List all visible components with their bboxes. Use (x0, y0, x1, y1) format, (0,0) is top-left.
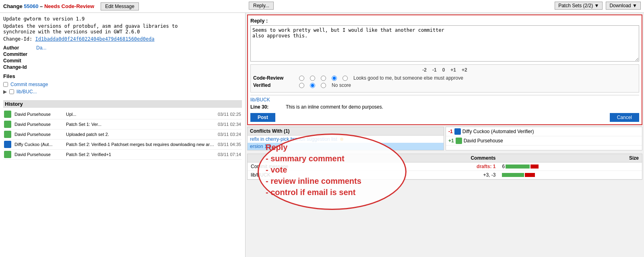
patch-sets-button[interactable]: Patch Sets (2/2) ▼ (555, 2, 603, 10)
related-item-0[interactable]: refix in cherry-pick branch suggestion l… (248, 136, 444, 143)
vote-section: -2 -1 0 +1 +2 Code-Review (250, 64, 639, 93)
history-author-0: David Pursehouse (14, 112, 63, 117)
files-table: Comments Size Commit message drafts: 1 6 (248, 154, 642, 179)
inline-comments-section: lib/BUCK Line 30: This is an inline comm… (250, 95, 639, 111)
related-header: Conflicts With (1) (248, 127, 444, 136)
scale-pos2: +2 (462, 67, 467, 73)
code-review-label: Code-Review (253, 75, 297, 81)
history-row-0: David Pursehouse Upl... 03/11 02:25 (3, 109, 242, 119)
bar-green-commit (506, 164, 530, 169)
code-review-desc: Looks good to me, but someone else must … (353, 75, 463, 81)
file-row-commit: Commit message (3, 81, 242, 88)
vr-0-radio[interactable] (310, 83, 315, 88)
history-author-4: David Pursehouse (14, 152, 63, 157)
committer-value (36, 51, 242, 57)
file-checkbox-libBUCK[interactable] (9, 89, 14, 94)
table-row-libBUCK: lib/BUCK +3, -3 (248, 171, 642, 179)
draft-link-commit[interactable]: drafts: 1 (477, 164, 495, 169)
files-table-section: Comments Size Commit message drafts: 1 6 (247, 154, 642, 180)
download-button[interactable]: Download ▼ (606, 2, 641, 10)
history-row-2: David Pursehouse Uploaded patch set 2. 0… (3, 130, 242, 140)
cr-neg1-radio[interactable] (310, 76, 315, 81)
changeid-value (36, 64, 242, 70)
size-bar-commit: 6 (502, 164, 639, 169)
related-item-1[interactable]: ersion 1.9 (248, 143, 444, 150)
history-row-4: David Pursehouse Patch Set 2: Verified+1… (3, 150, 242, 160)
history-msg-2: Uploaded patch set 2. (66, 132, 215, 137)
table-row-commit: Commit message drafts: 1 6 (248, 162, 642, 171)
table-file-commit: Commit message (248, 162, 394, 171)
history-header: History (3, 100, 242, 108)
committer-label: Committer (3, 51, 35, 57)
file-toggle-libBUCK[interactable]: ▶ (3, 89, 7, 95)
file-row-libBUCK: ▶ lib/BUC... (3, 88, 242, 95)
change-number-link[interactable]: 55060 (24, 3, 38, 9)
history-avatar-1 (4, 121, 11, 128)
history-avatar-0 (4, 111, 11, 118)
commit-title: Update gwtorm to version 1.9 (3, 16, 242, 22)
table-size-commit: 6 (499, 162, 642, 171)
history-date-4: 03/11 07:14 (218, 152, 241, 157)
scale-neg1: -1 (432, 67, 437, 73)
col-header-file (248, 154, 394, 162)
history-author-2: David Pursehouse (14, 132, 63, 137)
file-name-commit[interactable]: Commit message (10, 82, 48, 87)
top-bar: Change 55060 – Needs Code-Review Edit Me… (0, 0, 644, 13)
left-panel: Update gwtorm to version 1.9 Updates the… (0, 13, 246, 257)
edit-message-button[interactable]: Edit Message (101, 2, 139, 10)
size-bar-libBUCK (502, 173, 639, 177)
history-date-0: 03/11 02:25 (218, 112, 241, 117)
history-msg-1: Patch Set 1: Ver... (66, 122, 215, 127)
commit-value (36, 58, 242, 64)
history-msg-4: Patch Set 2: Verified+1 (66, 152, 215, 157)
vr-pos1-radio[interactable] (321, 83, 326, 88)
inline-comment-text: This is an inline comment for demo purpo… (286, 104, 383, 110)
votes-name-1: David Pursehouse (464, 138, 503, 144)
change-id-value[interactable]: Id1badda0d0f24f6022404be479d4681560ed0ed… (35, 36, 154, 42)
right-panel: Reply : Seems to work pretty well, but I… (246, 13, 644, 257)
history-msg-3: Patch Set 2: Verified-1 Patchset merges … (66, 142, 215, 147)
votes-summary: -1 Diffy Cuckoo (Automated Verifier) +1 … (446, 127, 642, 150)
dot-icon-0 (340, 138, 343, 141)
table-file-libBUCK: lib/BUCK (248, 171, 394, 179)
history-date-2: 03/11 03:24 (218, 132, 241, 137)
scale-pos1: +1 (450, 67, 456, 73)
scale-0: 0 (442, 67, 445, 73)
vote-score-1: +1 (448, 138, 454, 144)
cancel-button[interactable]: Cancel (610, 113, 639, 122)
cr-pos1-radio[interactable] (332, 76, 337, 81)
history-avatar-3 (4, 141, 11, 148)
reply-textarea[interactable]: Seems to work pretty well, but I would l… (250, 25, 639, 62)
vr-neg1-radio[interactable] (299, 83, 304, 88)
inline-line-label: Line 30: (250, 104, 283, 110)
table-comments-commit: drafts: 1 (394, 162, 499, 171)
change-id-label: Change-Id: (3, 36, 32, 42)
verified-desc: No score (332, 82, 351, 88)
main-layout: Update gwtorm to version 1.9 Updates the… (0, 13, 644, 257)
file-name-libBUCK[interactable]: lib/BUC... (17, 89, 37, 95)
cr-neg2-radio[interactable] (299, 76, 304, 81)
history-author-3: Diffy Cuckoo (Aut... (14, 142, 63, 147)
history-section: History David Pursehouse Upl... 03/11 02… (3, 100, 242, 160)
top-right-controls: Patch Sets (2/2) ▼ Download ▼ (555, 2, 641, 10)
history-author-1: David Pursehouse (14, 122, 63, 127)
bar-red-commit (530, 164, 539, 169)
verified-vote-row: Verified No score (253, 82, 636, 88)
cr-0-radio[interactable] (321, 76, 326, 81)
code-review-radios (299, 76, 348, 81)
col-header-comments: Comments (394, 154, 499, 162)
table-comments-libBUCK: +3, -3 (394, 171, 499, 179)
inline-file-label: lib/BUCK (250, 97, 639, 103)
bar-red-libBUCK (525, 173, 535, 177)
files-header: Files (3, 73, 242, 79)
size-number-commit: 6 (502, 164, 505, 169)
table-size-libBUCK (499, 171, 642, 179)
cr-pos2-radio[interactable] (343, 76, 348, 81)
author-value: Da... (36, 45, 242, 51)
votes-avatar-0 (454, 128, 461, 135)
reply-button[interactable]: Reply... (249, 2, 274, 10)
post-button[interactable]: Post (250, 113, 275, 122)
verified-radios (299, 83, 326, 88)
file-checkbox-commit[interactable] (3, 82, 8, 87)
votes-avatar-1 (456, 138, 462, 144)
